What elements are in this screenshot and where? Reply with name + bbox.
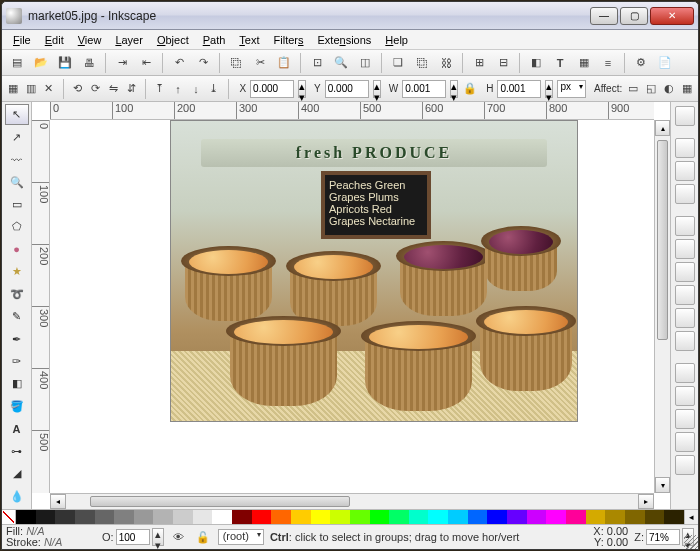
undo-icon[interactable]: ↶ (168, 52, 190, 74)
swatch[interactable] (252, 510, 272, 524)
swatch[interactable] (645, 510, 665, 524)
snap-bbox-icon[interactable] (675, 138, 695, 158)
text-tool-icon[interactable]: A (5, 418, 29, 439)
menu-object[interactable]: Object (150, 32, 196, 48)
menu-edit[interactable]: Edit (38, 32, 71, 48)
swatch[interactable] (232, 510, 252, 524)
snap-center-icon[interactable] (675, 363, 695, 383)
palette-menu-icon[interactable]: ◂ (684, 510, 698, 524)
horizontal-ruler[interactable]: 0100200300400500600700800900 (50, 102, 654, 120)
open-icon[interactable]: 📂 (30, 52, 52, 74)
snap-nodes-icon[interactable] (675, 216, 695, 236)
swatch[interactable] (409, 510, 429, 524)
snap-grid-icon[interactable] (675, 432, 695, 452)
swatch[interactable] (389, 510, 409, 524)
no-color-swatch[interactable] (2, 510, 16, 524)
y-input[interactable] (325, 80, 369, 98)
menu-filters[interactable]: Filters (267, 32, 311, 48)
opacity-spin[interactable]: ▴▾ (152, 528, 164, 546)
snap-page-icon[interactable] (675, 409, 695, 429)
scroll-left-icon[interactable]: ◂ (50, 494, 66, 509)
x-input[interactable] (250, 80, 294, 98)
flip-v-icon[interactable]: ⇵ (124, 78, 138, 100)
snap-midpoint-icon[interactable] (675, 331, 695, 351)
scroll-thumb[interactable] (657, 140, 668, 340)
calligraphy-tool-icon[interactable]: ✑ (5, 351, 29, 372)
w-spin[interactable]: ▴▾ (450, 80, 458, 98)
swatch[interactable] (487, 510, 507, 524)
lower-bottom-icon[interactable]: ⤓ (207, 78, 221, 100)
spiral-tool-icon[interactable]: ➰ (5, 284, 29, 305)
snap-bbox-corner-icon[interactable] (675, 184, 695, 204)
canvas[interactable]: fresh PRODUCE Peaches Green Grapes Plums… (50, 120, 654, 493)
document-image[interactable]: fresh PRODUCE Peaches Green Grapes Plums… (170, 120, 578, 422)
xml-icon[interactable]: ▦ (573, 52, 595, 74)
affect-stroke-icon[interactable]: ▭ (626, 78, 640, 100)
swatch[interactable] (527, 510, 547, 524)
clone-icon[interactable]: ⿻ (411, 52, 433, 74)
snap-path-icon[interactable] (675, 239, 695, 259)
swatch[interactable] (16, 510, 36, 524)
node-tool-icon[interactable]: ↗ (5, 126, 29, 147)
scroll-right-icon[interactable]: ▸ (638, 494, 654, 509)
ellipse-tool-icon[interactable]: ● (5, 239, 29, 260)
opacity-input[interactable] (116, 529, 150, 545)
menu-text[interactable]: Text (232, 32, 266, 48)
paste-icon[interactable]: 📋 (273, 52, 295, 74)
swatch[interactable] (55, 510, 75, 524)
swatch[interactable] (75, 510, 95, 524)
y-spin[interactable]: ▴▾ (373, 80, 381, 98)
group-icon[interactable]: ⊞ (468, 52, 490, 74)
zoom-input[interactable] (646, 529, 680, 545)
swatch[interactable] (350, 510, 370, 524)
redo-icon[interactable]: ↷ (192, 52, 214, 74)
swatch[interactable] (114, 510, 134, 524)
fill-dialog-icon[interactable]: ◧ (525, 52, 547, 74)
swatch[interactable] (271, 510, 291, 524)
swatch[interactable] (507, 510, 527, 524)
menu-path[interactable]: Path (196, 32, 233, 48)
swatch[interactable] (330, 510, 350, 524)
menu-extensions[interactable]: Extensions (311, 32, 379, 48)
vertical-ruler[interactable]: 0100200300400500 (32, 120, 50, 493)
h-input[interactable] (497, 80, 541, 98)
docprops-icon[interactable]: 📄 (654, 52, 676, 74)
align-dialog-icon[interactable]: ≡ (597, 52, 619, 74)
swatch[interactable] (95, 510, 115, 524)
raise-icon[interactable]: ↑ (171, 78, 185, 100)
layer-select[interactable]: (root) (218, 529, 264, 545)
layer-lock-icon[interactable]: 🔓 (194, 528, 212, 546)
minimize-button[interactable]: — (590, 7, 618, 25)
menu-help[interactable]: Help (378, 32, 415, 48)
horizontal-scrollbar[interactable]: ◂ ▸ (50, 493, 654, 509)
scroll-thumb[interactable] (90, 496, 350, 507)
snap-smooth-icon[interactable] (675, 308, 695, 328)
rotate-ccw-icon[interactable]: ⟲ (71, 78, 85, 100)
swatch[interactable] (664, 510, 684, 524)
3dbox-tool-icon[interactable]: ⬠ (5, 216, 29, 237)
flip-h-icon[interactable]: ⇋ (106, 78, 120, 100)
connector-tool-icon[interactable]: ⊶ (5, 441, 29, 462)
resize-grip[interactable] (684, 535, 698, 549)
pencil-tool-icon[interactable]: ✎ (5, 306, 29, 327)
snap-cusp-icon[interactable] (675, 285, 695, 305)
ungroup-icon[interactable]: ⊟ (492, 52, 514, 74)
swatch[interactable] (212, 510, 232, 524)
unit-select[interactable]: px (557, 80, 586, 98)
lock-icon[interactable]: 🔒 (462, 78, 478, 100)
vertical-scrollbar[interactable]: ▴ ▾ (654, 120, 670, 493)
copy-icon[interactable]: ⿻ (225, 52, 247, 74)
print-icon[interactable]: 🖶 (78, 52, 100, 74)
affect-gradient-icon[interactable]: ◐ (662, 78, 676, 100)
snap-guide-icon[interactable] (675, 455, 695, 475)
swatch[interactable] (291, 510, 311, 524)
snap-enable-icon[interactable] (675, 106, 695, 126)
swatch[interactable] (625, 510, 645, 524)
swatch[interactable] (311, 510, 331, 524)
new-icon[interactable]: ▤ (6, 52, 28, 74)
duplicate-icon[interactable]: ❏ (387, 52, 409, 74)
close-button[interactable]: ✕ (650, 7, 694, 25)
eraser-tool-icon[interactable]: ◧ (5, 373, 29, 394)
export-icon[interactable]: ⇤ (135, 52, 157, 74)
select-all-icon[interactable]: ▦ (6, 78, 20, 100)
